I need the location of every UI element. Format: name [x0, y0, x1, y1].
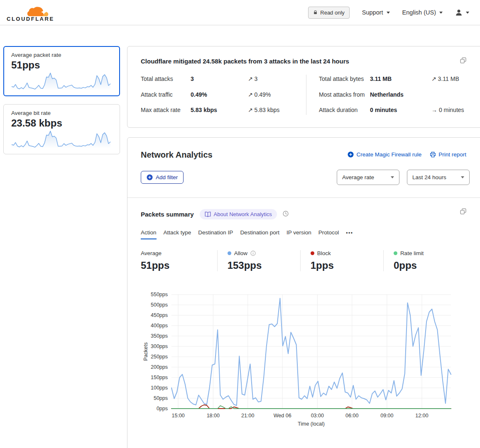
logo-wordmark: CLOUDFLARE [7, 16, 57, 22]
avg-packet-rate-card[interactable]: Average packet rate 51pps [3, 46, 120, 96]
link-label: Create Magic Firewall rule [356, 151, 421, 158]
legend-label: Average [141, 250, 162, 256]
language-menu[interactable]: English (US) [402, 9, 443, 16]
packets-time-series-chart: 0pps50pps100pps150pps200pps250pps300pps3… [141, 289, 466, 433]
tab-destination-ip[interactable]: Destination IP [198, 229, 233, 239]
read-only-label: Read only [320, 10, 345, 16]
link-label: Print report [438, 151, 466, 158]
svg-text:100pps: 100pps [151, 385, 168, 391]
stat-label: Attack traffic [141, 90, 191, 100]
card-value: 51pps [11, 59, 112, 71]
book-icon [205, 212, 211, 217]
support-label: Support [362, 9, 383, 16]
chevron-down-icon [387, 12, 390, 14]
plus-circle-icon [348, 151, 354, 158]
series-legend-stats: Average 51pps Allow [141, 250, 466, 271]
metric-sidebar: Average packet rate 51pps Average bit ra… [3, 46, 120, 162]
legend-value: 0pps [394, 260, 462, 271]
stat-value: 5.83 kbps [191, 106, 248, 115]
svg-text:300pps: 300pps [151, 343, 168, 349]
network-analytics-title: Network Analytics [141, 150, 213, 160]
more-tabs-icon[interactable]: ••• [346, 230, 353, 239]
legend-allow: Allow 153pps [217, 250, 300, 271]
cloudflare-cloud-icon [26, 5, 49, 17]
copy-icon[interactable] [460, 57, 466, 65]
svg-text:350pps: 350pps [151, 333, 168, 339]
svg-text:Packets: Packets [143, 342, 149, 360]
line-chart-canvas: 0pps50pps100pps150pps200pps250pps300pps3… [142, 289, 458, 432]
svg-text:18:00: 18:00 [207, 413, 220, 419]
svg-text:500pps: 500pps [151, 302, 168, 308]
svg-text:150pps: 150pps [151, 375, 168, 380]
tab-ip-version[interactable]: IP version [287, 229, 311, 239]
svg-text:12:00: 12:00 [415, 413, 428, 419]
tab-attack-type[interactable]: Attack type [164, 229, 191, 239]
stat-label: Total attack bytes [319, 75, 370, 84]
packets-summary-section: Packets summary About Network Analytics [127, 198, 480, 433]
account-menu[interactable] [455, 9, 469, 16]
attack-summary-card: Cloudflare mitigated 24.58k packets from… [127, 46, 480, 128]
svg-text:15:00: 15:00 [172, 413, 185, 419]
svg-text:550pps: 550pps [151, 292, 168, 297]
stat-value: 0.49% [191, 90, 248, 100]
legend-value: 51pps [141, 260, 213, 271]
svg-text:50pps: 50pps [154, 395, 168, 401]
legend-label: Allow [234, 250, 247, 256]
stat-label: Most attacks from [319, 90, 370, 100]
packets-summary-title: Packets summary [141, 211, 194, 218]
copy-icon[interactable] [460, 208, 466, 216]
tab-protocol[interactable]: Protocol [318, 229, 339, 239]
support-menu[interactable]: Support [362, 9, 390, 16]
legend-label: Block [317, 250, 331, 256]
about-network-analytics-badge[interactable]: About Network Analytics [200, 209, 277, 219]
network-analytics-card: Network Analytics Create Magic Firewall … [127, 137, 480, 448]
svg-text:Time (local): Time (local) [298, 421, 325, 427]
time-range-value: Last 24 hours [412, 174, 446, 180]
packet-rate-sparkline [11, 71, 111, 93]
language-label: English (US) [402, 9, 436, 16]
stat-value: 3.11 MB [370, 75, 431, 84]
time-range-select[interactable]: Last 24 hours [407, 170, 470, 185]
stat-attack-traffic: Attack traffic 0.49% ↗ 0.49% [141, 90, 294, 100]
stat-delta: ↗ 3.11 MB [431, 75, 465, 84]
stat-max-attack-rate: Max attack rate 5.83 kbps ↗ 5.83 kbps [141, 106, 294, 115]
legend-value: 1pps [311, 260, 379, 271]
dimension-tabs: Action Attack type Destination IP Destin… [141, 229, 466, 239]
legend-average: Average 51pps [141, 250, 217, 271]
lock-icon [313, 10, 318, 15]
stat-total-attack-bytes: Total attack bytes 3.11 MB ↗ 3.11 MB [319, 75, 465, 84]
cloudflare-logo[interactable]: CLOUDFLARE [7, 3, 57, 22]
stat-most-attacks-from: Most attacks from Netherlands [319, 90, 465, 100]
svg-text:400pps: 400pps [151, 323, 168, 329]
tab-destination-port[interactable]: Destination port [240, 229, 279, 239]
stat-delta: ↗ 5.83 kbps [248, 106, 294, 115]
metric-select[interactable]: Average rate [337, 170, 399, 185]
info-icon[interactable] [250, 251, 256, 256]
stat-delta: ↗ 0.49% [248, 90, 294, 100]
summary-title: Cloudflare mitigated 24.58k packets from… [141, 58, 465, 65]
stat-delta [431, 90, 465, 100]
create-magic-firewall-rule-link[interactable]: Create Magic Firewall rule [348, 151, 421, 158]
metric-select-value: Average rate [342, 174, 374, 180]
user-icon [455, 9, 463, 16]
chevron-down-icon [439, 12, 443, 14]
stat-total-attacks: Total attacks 3 ↗ 3 [141, 75, 294, 84]
svg-text:250pps: 250pps [151, 354, 168, 360]
stat-label: Attack duration [319, 106, 370, 115]
time-window-icon[interactable] [283, 211, 289, 218]
rate-limit-dot-icon [394, 251, 397, 255]
add-filter-button[interactable]: Add filter [141, 171, 184, 184]
block-dot-icon [311, 251, 314, 255]
card-value: 23.58 kbps [11, 117, 112, 129]
badge-label: About Network Analytics [214, 211, 272, 217]
avg-bit-rate-card[interactable]: Average bit rate 23.58 kbps [3, 104, 120, 154]
stat-value: 3 [191, 75, 248, 84]
tab-action[interactable]: Action [141, 229, 157, 239]
svg-text:200pps: 200pps [151, 364, 168, 370]
print-report-link[interactable]: Print report [430, 151, 466, 158]
read-only-badge: Read only [308, 7, 350, 19]
legend-rate-limit: Rate limit 0pps [383, 250, 466, 271]
svg-text:21:00: 21:00 [241, 413, 254, 419]
add-filter-label: Add filter [156, 174, 178, 180]
legend-block: Block 1pps [300, 250, 383, 271]
